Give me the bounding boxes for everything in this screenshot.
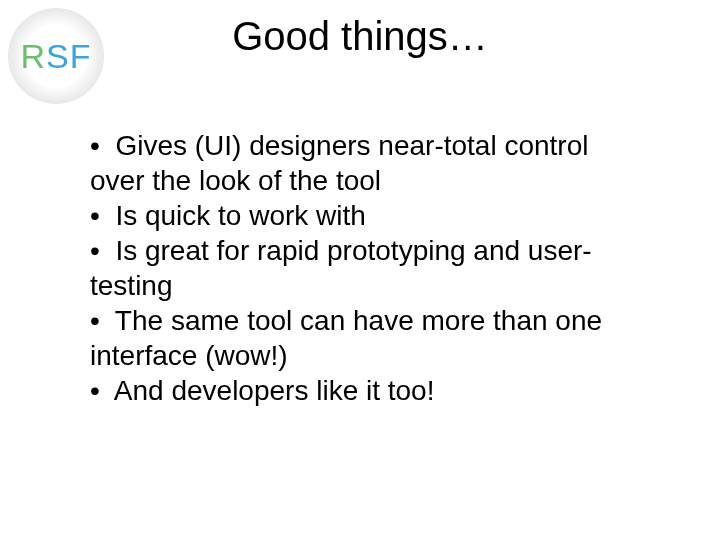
bullet-list: • Gives (UI) designers near-total contro…	[90, 128, 650, 408]
bullet-icon: •	[90, 305, 115, 336]
bullet-text: Is great for rapid prototyping and user-…	[90, 235, 592, 301]
bullet-text: And developers like it too!	[114, 375, 435, 406]
bullet-icon: •	[90, 235, 115, 266]
list-item: • The same tool can have more than one i…	[90, 303, 650, 373]
list-item: • And developers like it too!	[90, 373, 650, 408]
slide-title: Good things…	[0, 14, 720, 59]
list-item: • Is great for rapid prototyping and use…	[90, 233, 650, 303]
bullet-icon: •	[90, 375, 114, 406]
bullet-icon: •	[90, 200, 115, 231]
bullet-icon: •	[90, 130, 115, 161]
bullet-text: The same tool can have more than one int…	[90, 305, 602, 371]
bullet-text: Is quick to work with	[115, 200, 366, 231]
list-item: • Is quick to work with	[90, 198, 650, 233]
bullet-text: Gives (UI) designers near-total control …	[90, 130, 588, 196]
list-item: • Gives (UI) designers near-total contro…	[90, 128, 650, 198]
